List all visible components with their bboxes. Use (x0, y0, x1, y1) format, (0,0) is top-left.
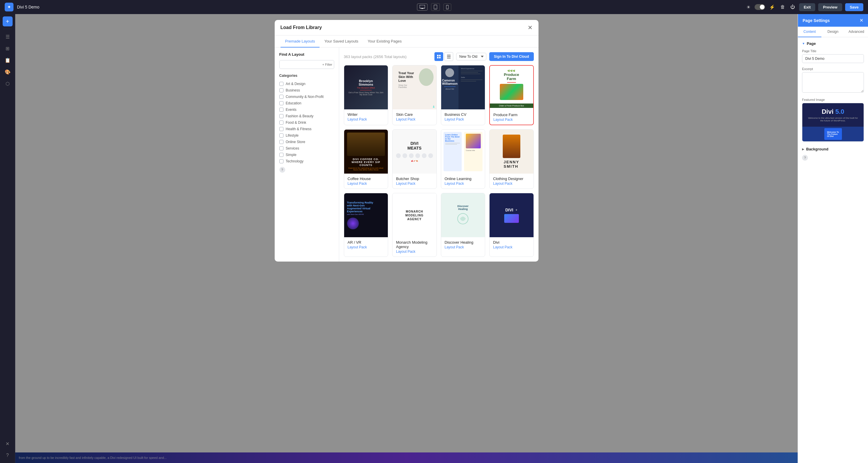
layout-card-clothingdesigner[interactable]: JENNYSMITH Clothing Designer Layout Pack (489, 129, 534, 189)
background-section-header[interactable]: ▶ Background (802, 146, 864, 152)
sidebar-item-layers[interactable]: ☰ (2, 31, 13, 42)
mobile-view-btn[interactable] (443, 3, 451, 11)
layout-name-healing: Discover Healing (445, 240, 482, 245)
layout-card-healing[interactable]: DiscoverHealing (441, 193, 486, 257)
category-events-checkbox[interactable] (279, 107, 283, 112)
category-education-checkbox[interactable] (279, 101, 283, 105)
category-community[interactable]: Community & Non-Profit (279, 94, 334, 100)
category-community-checkbox[interactable] (279, 95, 283, 99)
panel-header: Page Settings ✕ (798, 14, 868, 27)
layout-name-skincare: Skin Care (396, 112, 433, 117)
category-art-checkbox[interactable] (279, 82, 283, 86)
category-services[interactable]: Services (279, 145, 334, 152)
filters-help-button[interactable]: ? (279, 167, 285, 173)
category-technology-checkbox[interactable] (279, 159, 283, 163)
layout-thumb-modeling: MONARCHMODELINGAGENCY (393, 193, 436, 237)
dark-mode-toggle[interactable] (754, 4, 765, 10)
modal-title: Load From Library (281, 25, 322, 30)
panel-tab-content[interactable]: Content (798, 27, 822, 37)
category-online-store-label: Online Store (286, 140, 306, 144)
sidebar-item-pages[interactable]: 📋 (2, 55, 13, 65)
categories-list: Art & Design Business Community & Non-Pr… (279, 81, 334, 164)
page-section-header[interactable]: ▼ Page (802, 41, 864, 46)
layout-thumb-onlinelearning: Learn OnlineFrom The BestIn the Business… (441, 130, 485, 174)
tab-premade[interactable]: Premade Layouts (281, 35, 320, 48)
layout-thumb-skincare: Treat YourSkin WithLove Shop OurFavorite… (393, 65, 436, 110)
category-business-checkbox[interactable] (279, 88, 283, 92)
power-icon[interactable]: ⏻ (789, 3, 796, 11)
category-fashion-checkbox[interactable] (279, 114, 283, 118)
grid-view-button[interactable] (434, 52, 443, 61)
sort-select[interactable]: New To Old Old To New A to Z Z to A (456, 53, 486, 60)
save-button[interactable]: Save (845, 3, 863, 11)
layout-name-businesscv: Business CV (445, 112, 482, 117)
trash-icon[interactable]: 🗑 (779, 3, 786, 11)
preview-button[interactable]: Preview (818, 3, 842, 11)
category-health-checkbox[interactable] (279, 127, 283, 131)
featured-divi-title: Divi 5.0 (807, 108, 859, 116)
excerpt-textarea[interactable] (802, 72, 864, 93)
add-button[interactable]: + (3, 17, 12, 26)
category-online-store-checkbox[interactable] (279, 140, 283, 144)
panel-close-button[interactable]: ✕ (860, 18, 863, 23)
layout-card-butchershop[interactable]: DIVIMEATS (392, 129, 437, 189)
category-lifestyle-checkbox[interactable] (279, 133, 283, 137)
layout-count: 363 layout packs (2656 Total layouts) (344, 55, 407, 59)
category-services-checkbox[interactable] (279, 146, 283, 150)
tab-saved[interactable]: Your Saved Layouts (319, 35, 363, 48)
panel-tab-advanced[interactable]: Advanced (844, 27, 868, 37)
layout-card-writer[interactable]: Brooklyn Simmons The Monarch Effect Get … (344, 65, 389, 125)
sidebar-item-extra[interactable]: ⬡ (2, 78, 13, 89)
sidebar-item-theme[interactable]: 🎨 (2, 67, 13, 77)
category-online-store[interactable]: Online Store (279, 139, 334, 145)
sign-in-button[interactable]: Sign In To Divi Cloud (489, 52, 534, 61)
panel-tab-design[interactable]: Design (822, 27, 845, 37)
category-technology-label: Technology (286, 159, 304, 163)
sidebar-separator (3, 29, 12, 29)
layout-card-coffeehouse[interactable]: DIVI COFFEE CO.WHERE EVERY SIPCOUNTS Exp… (344, 129, 389, 189)
category-simple[interactable]: Simple (279, 152, 334, 158)
layout-card-businesscv[interactable]: CameronWilliamson About Me Work Experien… (441, 65, 486, 125)
modal-close-button[interactable]: ✕ (528, 25, 533, 30)
background-arrow-icon: ▶ (802, 148, 804, 151)
page-title-input[interactable] (802, 54, 864, 63)
sidebar-item-tools[interactable]: ✕ (2, 438, 13, 449)
category-business[interactable]: Business (279, 87, 334, 94)
layout-type-healing: Layout Pack (445, 245, 482, 249)
tab-existing[interactable]: Your Existing Pages (363, 35, 406, 48)
desktop-view-btn[interactable] (417, 3, 427, 10)
layout-info-butchershop: Butcher Shop Layout Pack (393, 174, 436, 189)
layout-type-onlinelearning: Layout Pack (445, 182, 482, 186)
layout-card-skincare[interactable]: Treat YourSkin WithLove Shop OurFavorite… (392, 65, 437, 125)
category-art[interactable]: Art & Design (279, 81, 334, 87)
filter-button[interactable]: + Filter (322, 63, 333, 66)
search-wrapper: + Filter (279, 60, 334, 69)
layout-card-producefarm[interactable]: 🌿🌿🌿 ProduceFarm Order a Fresh Produce Bo… (489, 65, 534, 125)
category-simple-checkbox[interactable] (279, 153, 283, 157)
category-food-label: Food & Drink (286, 121, 306, 125)
sidebar-item-modules[interactable]: ⊞ (2, 43, 13, 54)
category-education[interactable]: Education (279, 100, 334, 106)
category-events[interactable]: Events (279, 106, 334, 113)
sun-icon[interactable]: ☀ (745, 3, 752, 11)
category-fashion[interactable]: Fashion & Beauty (279, 113, 334, 119)
list-view-button[interactable] (444, 52, 453, 61)
layout-name-coffeehouse: Coffee House (348, 177, 384, 181)
panel-help-button[interactable]: ? (802, 155, 808, 161)
category-lifestyle[interactable]: Lifestyle (279, 132, 334, 139)
settings-icon[interactable]: ⚡ (768, 3, 776, 11)
sidebar-item-help[interactable]: ? (2, 450, 13, 461)
layout-card-divi5[interactable]: DIVI ✦ Divi Layout Pack (489, 193, 534, 257)
view-toggle-group (417, 3, 451, 11)
exit-button[interactable]: Exit (799, 3, 815, 11)
layout-card-onlinelearning[interactable]: Learn OnlineFrom The BestIn the Business… (441, 129, 486, 189)
category-food[interactable]: Food & Drink (279, 119, 334, 126)
layout-card-modeling[interactable]: MONARCHMODELINGAGENCY Monarch Modeling A… (392, 193, 437, 257)
category-health[interactable]: Health & Fitness (279, 126, 334, 132)
svg-rect-8 (437, 57, 438, 58)
category-food-checkbox[interactable] (279, 121, 283, 125)
layout-card-ar[interactable]: Transforming Realitywith Next-GenAugment… (344, 193, 389, 257)
layout-name-producefarm: Produce Farm (493, 113, 530, 117)
tablet-view-btn[interactable] (431, 3, 440, 11)
category-technology[interactable]: Technology (279, 158, 334, 164)
